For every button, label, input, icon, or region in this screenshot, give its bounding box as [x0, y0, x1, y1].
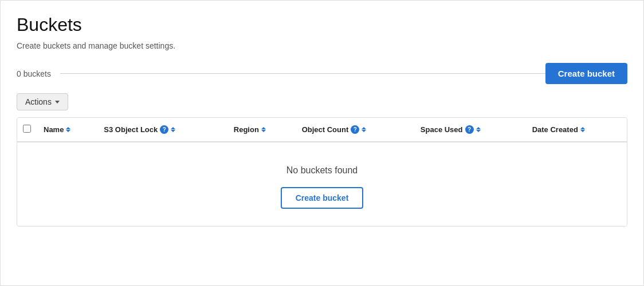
bucket-count: 0 buckets [17, 69, 51, 78]
th-region-inner: Region [234, 125, 266, 134]
page-subtitle: Create buckets and manage bucket setting… [17, 41, 627, 50]
sort-down-icon [171, 130, 175, 132]
th-object-count-inner: Object Count ? [302, 125, 367, 134]
th-date-created-inner: Date Created [532, 125, 585, 134]
region-sort-icon[interactable] [261, 127, 266, 132]
sort-down-icon [476, 130, 481, 132]
no-buckets-text: No buckets found [29, 165, 615, 176]
th-s3-lock-inner: S3 Object Lock ? [104, 125, 175, 134]
th-name: Name [38, 118, 98, 142]
space-used-help-icon[interactable]: ? [465, 125, 474, 134]
empty-state-cell: No buckets found Create bucket [17, 142, 627, 226]
sort-up-icon [476, 127, 481, 129]
table-container: Name S3 Object Lock ? [17, 117, 627, 227]
object-count-sort-icon[interactable] [362, 127, 366, 132]
empty-state-row: No buckets found Create bucket [17, 142, 627, 226]
s3-lock-sort-icon[interactable] [171, 127, 175, 132]
page-container: Buckets Create buckets and manage bucket… [0, 0, 644, 286]
empty-create-bucket-button[interactable]: Create bucket [281, 187, 364, 209]
table-body: No buckets found Create bucket [17, 142, 627, 226]
create-bucket-button[interactable]: Create bucket [545, 63, 627, 84]
th-name-inner: Name [44, 125, 70, 134]
th-s3-object-lock: S3 Object Lock ? [98, 118, 227, 142]
empty-state: No buckets found Create bucket [17, 142, 627, 226]
th-region: Region [228, 118, 296, 142]
sort-up-icon [580, 127, 585, 129]
th-space-used: Space Used ? [415, 118, 527, 142]
object-count-help-icon[interactable]: ? [351, 125, 359, 134]
toolbar-row: 0 buckets Create bucket [17, 63, 627, 84]
col-object-count-label: Object Count [302, 125, 349, 134]
divider-line [60, 73, 545, 74]
actions-row: Actions [17, 93, 627, 110]
col-region-label: Region [234, 125, 259, 134]
space-used-sort-icon[interactable] [476, 127, 481, 132]
sort-up-icon [66, 127, 70, 129]
sort-down-icon [66, 130, 70, 132]
s3-lock-help-icon[interactable]: ? [160, 125, 168, 134]
sort-up-icon [362, 127, 366, 129]
col-s3-lock-label: S3 Object Lock [104, 125, 158, 134]
date-created-sort-icon[interactable] [580, 127, 585, 132]
sort-down-icon [362, 130, 366, 132]
name-sort-icon[interactable] [66, 127, 70, 132]
checkbox-header-cell [17, 118, 38, 142]
sort-down-icon [580, 130, 585, 132]
th-date-created: Date Created [527, 118, 627, 142]
col-space-used-label: Space Used [421, 125, 463, 134]
header-row: Name S3 Object Lock ? [17, 118, 627, 142]
sort-down-icon [261, 130, 266, 132]
col-name-label: Name [44, 125, 64, 134]
page-title: Buckets [17, 14, 627, 35]
bucket-count-row: 0 buckets [17, 69, 545, 78]
col-date-created-label: Date Created [532, 125, 578, 134]
sort-up-icon [171, 127, 175, 129]
actions-label: Actions [25, 97, 52, 106]
chevron-down-icon [55, 101, 60, 104]
th-space-used-inner: Space Used ? [421, 125, 481, 134]
table-header: Name S3 Object Lock ? [17, 118, 627, 142]
th-object-count: Object Count ? [296, 118, 415, 142]
actions-button[interactable]: Actions [17, 93, 68, 110]
buckets-table: Name S3 Object Lock ? [17, 118, 627, 226]
sort-up-icon [261, 127, 266, 129]
select-all-checkbox[interactable] [23, 125, 31, 133]
